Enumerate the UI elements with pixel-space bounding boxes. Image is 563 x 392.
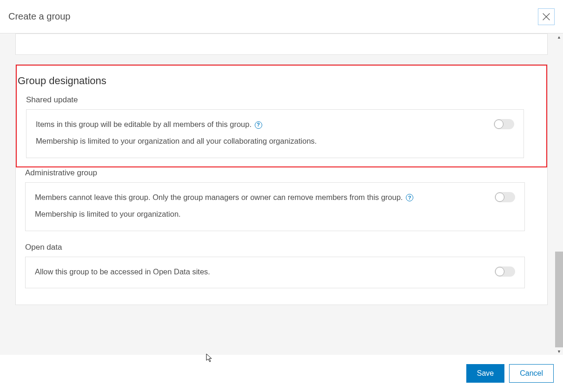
open-data-line1: Allow this group to be accessed in Open … <box>35 266 485 278</box>
scrollbar-thumb[interactable] <box>555 252 563 347</box>
shared-update-highlight: Group designations Shared update Items i… <box>16 65 547 167</box>
help-icon[interactable]: ? <box>255 121 262 129</box>
shared-update-line1: Items in this group will be editable by … <box>36 120 252 128</box>
scroll-down-arrow[interactable]: ▼ <box>555 348 563 355</box>
shared-update-subsection: Shared update Items in this group will b… <box>17 95 546 158</box>
scroll-up-arrow[interactable]: ▲ <box>555 33 563 40</box>
content-inner: Group designations Shared update Items i… <box>0 33 563 305</box>
shared-update-description: Items in this group will be editable by … <box>36 118 484 147</box>
admin-group-toggle[interactable] <box>495 192 515 202</box>
save-button[interactable]: Save <box>466 364 504 383</box>
dialog-title: Create a group <box>8 11 70 22</box>
content-scroll-area[interactable]: Group designations Shared update Items i… <box>0 33 563 355</box>
shared-update-option: Items in this group will be editable by … <box>26 109 524 158</box>
admin-group-line2: Membership is limited to your organizati… <box>35 208 485 220</box>
section-title: Group designations <box>17 66 546 95</box>
cancel-button[interactable]: Cancel <box>509 364 554 383</box>
open-data-label: Open data <box>25 243 525 252</box>
admin-group-label: Administrative group <box>25 168 525 178</box>
admin-group-subsection: Administrative group Members cannot leav… <box>16 168 547 231</box>
close-icon <box>541 12 551 22</box>
admin-group-line1: Members cannot leave this group. Only th… <box>35 193 403 201</box>
dialog-footer: Save Cancel <box>0 355 563 392</box>
group-designations-card: Group designations Shared update Items i… <box>15 64 548 305</box>
admin-group-description: Members cannot leave this group. Only th… <box>35 191 485 220</box>
dialog-header: Create a group <box>0 0 563 33</box>
open-data-toggle[interactable] <box>495 266 515 277</box>
shared-update-label: Shared update <box>26 95 524 105</box>
admin-group-option: Members cannot leave this group. Only th… <box>25 182 525 231</box>
close-button[interactable] <box>538 8 555 25</box>
previous-section-card <box>15 33 548 55</box>
help-icon[interactable]: ? <box>406 194 413 201</box>
open-data-option: Allow this group to be accessed in Open … <box>25 257 525 288</box>
shared-update-line2: Membership is limited to your organizati… <box>36 135 484 147</box>
open-data-description: Allow this group to be accessed in Open … <box>35 266 485 278</box>
open-data-subsection: Open data Allow this group to be accesse… <box>16 243 547 288</box>
shared-update-toggle[interactable] <box>494 119 514 129</box>
